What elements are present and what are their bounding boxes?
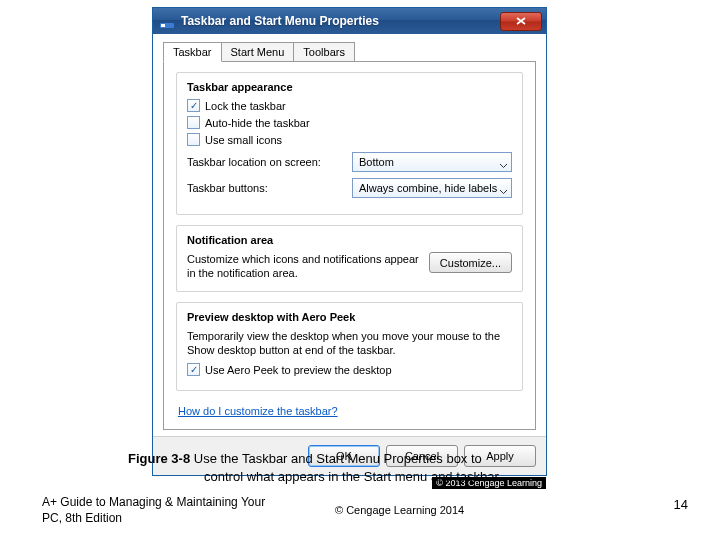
system-icon xyxy=(159,13,175,29)
footer-page-number: 14 xyxy=(674,497,688,512)
tab-panel-taskbar: Taskbar appearance ✓ Lock the taskbar Au… xyxy=(163,61,536,430)
tab-toolbars[interactable]: Toolbars xyxy=(293,42,355,62)
tab-start-menu[interactable]: Start Menu xyxy=(221,42,295,62)
footer-copyright: © Cengage Learning 2014 xyxy=(335,504,464,516)
chevron-down-icon xyxy=(500,185,507,192)
select-taskbar-buttons[interactable]: Always combine, hide labels xyxy=(352,178,512,198)
group-notification-area: Notification area Customize which icons … xyxy=(176,225,523,292)
svg-rect-1 xyxy=(161,24,165,27)
label-lock-taskbar: Lock the taskbar xyxy=(205,100,286,112)
checkbox-aero-peek[interactable]: ✓ xyxy=(187,363,200,376)
row-small-icons: Use small icons xyxy=(187,133,512,146)
group-aero-peek: Preview desktop with Aero Peek Temporari… xyxy=(176,302,523,392)
notification-text: Customize which icons and notifications … xyxy=(187,252,421,281)
footer-book-title: A+ Guide to Managing & Maintaining Your … xyxy=(42,495,272,526)
help-link-customize-taskbar[interactable]: How do I customize the taskbar? xyxy=(178,405,338,417)
label-aero-peek: Use Aero Peek to preview the desktop xyxy=(205,364,392,376)
taskbar-properties-dialog: Taskbar and Start Menu Properties Taskba… xyxy=(152,7,547,476)
figure-label: Figure 3-8 xyxy=(128,451,190,466)
label-taskbar-location: Taskbar location on screen: xyxy=(187,156,321,168)
group-title-notification: Notification area xyxy=(187,234,512,246)
titlebar[interactable]: Taskbar and Start Menu Properties xyxy=(153,8,546,34)
label-small-icons: Use small icons xyxy=(205,134,282,146)
select-taskbar-location-value: Bottom xyxy=(359,156,394,168)
row-aero-peek: ✓ Use Aero Peek to preview the desktop xyxy=(187,363,512,376)
group-title-appearance: Taskbar appearance xyxy=(187,81,512,93)
row-taskbar-location: Taskbar location on screen: Bottom xyxy=(187,152,512,172)
checkbox-small-icons[interactable] xyxy=(187,133,200,146)
window-title: Taskbar and Start Menu Properties xyxy=(181,14,500,28)
tab-strip: Taskbar Start Menu Toolbars xyxy=(163,42,536,62)
group-taskbar-appearance: Taskbar appearance ✓ Lock the taskbar Au… xyxy=(176,72,523,215)
group-title-aero-peek: Preview desktop with Aero Peek xyxy=(187,311,512,323)
select-taskbar-buttons-value: Always combine, hide labels xyxy=(359,182,497,194)
aero-peek-text: Temporarily view the desktop when you mo… xyxy=(187,329,512,358)
figure-text-2: control what appears in the Start menu a… xyxy=(128,468,499,486)
checkbox-lock-taskbar[interactable]: ✓ xyxy=(187,99,200,112)
select-taskbar-location[interactable]: Bottom xyxy=(352,152,512,172)
row-taskbar-buttons: Taskbar buttons: Always combine, hide la… xyxy=(187,178,512,198)
row-lock-taskbar: ✓ Lock the taskbar xyxy=(187,99,512,112)
tab-taskbar[interactable]: Taskbar xyxy=(163,42,222,62)
label-taskbar-buttons: Taskbar buttons: xyxy=(187,182,268,194)
dialog-body: Taskbar Start Menu Toolbars Taskbar appe… xyxy=(153,34,546,437)
figure-caption: Figure 3-8 Use the Taskbar and Start Men… xyxy=(128,450,608,485)
row-autohide: Auto-hide the taskbar xyxy=(187,116,512,129)
label-autohide: Auto-hide the taskbar xyxy=(205,117,310,129)
figure-text-1: Use the Taskbar and Start Menu Propertie… xyxy=(190,451,482,466)
close-button[interactable] xyxy=(500,12,542,31)
customize-button[interactable]: Customize... xyxy=(429,252,512,273)
chevron-down-icon xyxy=(500,159,507,166)
close-icon xyxy=(516,17,526,25)
checkbox-autohide[interactable] xyxy=(187,116,200,129)
